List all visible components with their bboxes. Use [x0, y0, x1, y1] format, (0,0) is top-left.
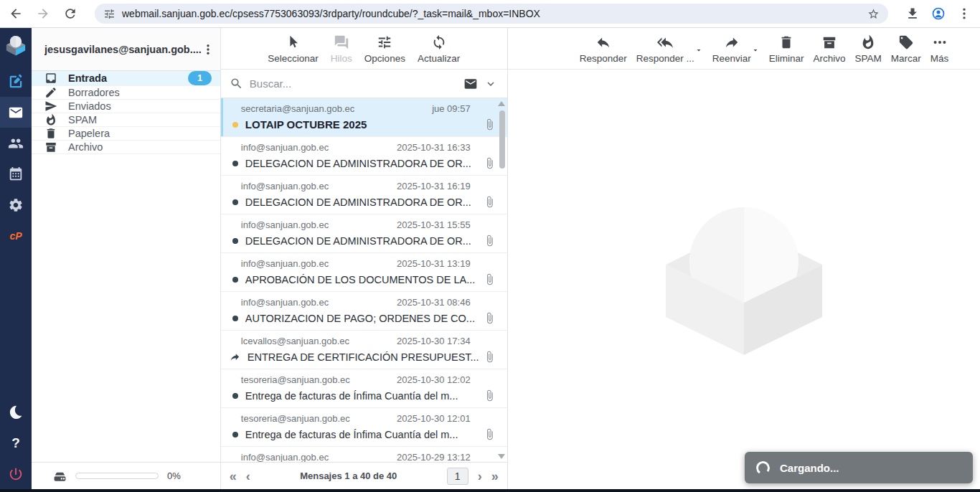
account-email: jesusgavilanes@sanjuan.gob....: [44, 44, 202, 55]
options-button[interactable]: Opciones: [364, 34, 405, 69]
threads-button[interactable]: Hilos: [331, 34, 352, 69]
folder-item-spam[interactable]: SPAM: [32, 113, 220, 127]
message-row[interactable]: info@sanjuan.gob.ec 2025-10-31 13:19 APR…: [221, 253, 507, 292]
content-pane: Responder Responder ... Reenviar: [508, 28, 980, 489]
sidebar-item-settings[interactable]: [0, 189, 32, 220]
message-row[interactable]: info@sanjuan.gob.ec 2025-10-31 16:33 DEL…: [221, 137, 507, 176]
forward-caret-icon[interactable]: [751, 46, 760, 55]
unread-dot-icon: [232, 238, 238, 244]
message-row[interactable]: lcevallos@sanjuan.gob.ec 2025-10-30 17:3…: [221, 331, 507, 369]
browser-back-icon[interactable]: [9, 6, 23, 21]
message-subject: APROBACIÓN DE LOS DOCUMENTOS DE LA...: [245, 274, 479, 285]
page-number-input[interactable]: 1: [447, 468, 468, 485]
folder-pane: jesusgavilanes@sanjuan.gob.... Entrada 1…: [32, 28, 221, 489]
unread-dot-icon: [232, 161, 238, 166]
reply-all-icon: [657, 34, 673, 50]
site-settings-icon[interactable]: [103, 8, 116, 20]
logout-button[interactable]: [0, 458, 32, 489]
browser-forward-icon[interactable]: [36, 6, 50, 21]
dark-mode-button[interactable]: [0, 397, 32, 427]
message-row[interactable]: secretaria@sanjuan.gob.ec jue 09:57 LOTA…: [221, 98, 507, 137]
folder-item-borradores[interactable]: Borradores: [32, 86, 220, 100]
next-page-icon[interactable]: ›: [478, 470, 482, 483]
account-menu-icon[interactable]: [202, 43, 215, 56]
address-bar[interactable]: webmail.sanjuan.gob.ec/cpsess7753063093/…: [95, 4, 888, 24]
last-page-icon[interactable]: »: [491, 470, 499, 483]
first-page-icon[interactable]: «: [230, 470, 237, 483]
forward-button[interactable]: Reenviar: [712, 34, 751, 64]
sidebar-item-contacts[interactable]: [0, 128, 32, 159]
forward-label: Reenviar: [712, 53, 751, 64]
loading-text: Cargando...: [780, 462, 839, 474]
list-scrollbar[interactable]: [497, 98, 507, 462]
message-row[interactable]: info@sanjuan.gob.ec 2025-10-31 15:55 DEL…: [221, 214, 507, 253]
delete-label: Eliminar: [769, 53, 804, 64]
message-list-pane: Seleccionar Hilos Opciones Actualizar: [221, 28, 508, 489]
search-icon: [230, 77, 243, 90]
message-date: 2025-10-30 17:34: [397, 336, 471, 346]
more-dots-icon: [932, 34, 948, 50]
message-row[interactable]: info@sanjuan.gob.ec 2025-10-29 13:12: [221, 447, 507, 462]
flagged-dot-icon: [232, 122, 238, 128]
message-row[interactable]: tesoreria@sanjuan.gob.ec 2025-10-30 12:0…: [221, 369, 507, 408]
flame-icon: [860, 34, 876, 50]
search-input[interactable]: [250, 77, 457, 90]
scroll-up-icon[interactable]: [498, 101, 505, 106]
sidebar-item-cpanel[interactable]: cP: [0, 220, 32, 251]
sidebar-item-mail[interactable]: [0, 97, 32, 128]
folder-item-entrada[interactable]: Entrada 1: [32, 71, 220, 86]
message-sender: tesoreria@sanjuan.gob.ec: [241, 413, 350, 424]
message-sender: lcevallos@sanjuan.gob.ec: [241, 336, 349, 346]
browser-reload-icon[interactable]: [63, 6, 77, 21]
cpanel-icon: cP: [9, 230, 22, 242]
spam-button[interactable]: SPAM: [855, 34, 882, 69]
prev-page-icon[interactable]: ‹: [246, 470, 250, 483]
archive-button[interactable]: Archivo: [814, 34, 846, 69]
gear-icon: [8, 197, 24, 213]
folder-label: SPAM: [68, 114, 97, 126]
message-row[interactable]: tesoreria@sanjuan.gob.ec 2025-10-30 12:0…: [221, 408, 507, 447]
browser-menu-icon[interactable]: [957, 6, 971, 21]
message-subject: ENTREGA DE CERTIFICACIÓN PRESUPUEST...: [248, 351, 479, 363]
bookmark-star-icon[interactable]: [867, 8, 880, 20]
more-button[interactable]: Más: [930, 34, 949, 69]
download-icon[interactable]: [905, 6, 920, 21]
list-toolbar: Seleccionar Hilos Opciones Actualizar: [221, 28, 507, 70]
search-scope-mail-icon[interactable]: [463, 77, 478, 91]
sidebar-item-calendar[interactable]: [0, 159, 32, 189]
quota-progress-bar: [75, 473, 159, 479]
refresh-button[interactable]: Actualizar: [418, 34, 460, 69]
folder-item-papelera[interactable]: Papelera: [32, 127, 220, 141]
chevron-down-icon[interactable]: [484, 77, 497, 90]
app-sidebar: cP ?: [0, 28, 32, 489]
select-button[interactable]: Seleccionar: [268, 34, 319, 69]
reply-all-button[interactable]: Responder ...: [636, 34, 694, 64]
unread-dot-icon: [232, 199, 238, 205]
attachment-icon: [484, 196, 496, 208]
reply-all-caret-icon[interactable]: [694, 46, 703, 55]
more-label: Más: [930, 53, 949, 64]
message-subject: DELEGACION DE ADMINISTRADORA DE OR...: [245, 235, 479, 247]
folder-item-enviados[interactable]: Enviados: [32, 100, 220, 113]
scrollbar-thumb[interactable]: [499, 110, 505, 169]
inbox-icon: [44, 72, 57, 85]
folder-item-archivo[interactable]: Archivo: [32, 141, 220, 154]
quota-percent: 0%: [167, 470, 181, 481]
attachment-icon: [484, 118, 496, 131]
message-row[interactable]: info@sanjuan.gob.ec 2025-10-31 16:19 DEL…: [221, 176, 507, 214]
help-button[interactable]: ?: [0, 427, 32, 458]
message-row[interactable]: info@sanjuan.gob.ec 2025-10-31 08:46 AUT…: [221, 292, 507, 331]
scroll-down-icon[interactable]: [498, 454, 505, 459]
message-sender: info@sanjuan.gob.ec: [241, 452, 329, 462]
reply-button[interactable]: Responder: [580, 34, 627, 69]
url-text: webmail.sanjuan.gob.ec/cpsess7753063093/…: [122, 8, 861, 19]
flame-icon: [44, 113, 57, 126]
delete-button[interactable]: Eliminar: [769, 34, 804, 69]
compose-button[interactable]: [0, 66, 32, 97]
mark-button[interactable]: Marcar: [891, 34, 921, 69]
mail-icon: [8, 105, 24, 120]
message-date: 2025-10-30 12:02: [397, 374, 471, 385]
message-sender: info@sanjuan.gob.ec: [241, 219, 329, 230]
options-label: Opciones: [364, 53, 405, 64]
profile-avatar-icon[interactable]: [931, 6, 946, 21]
